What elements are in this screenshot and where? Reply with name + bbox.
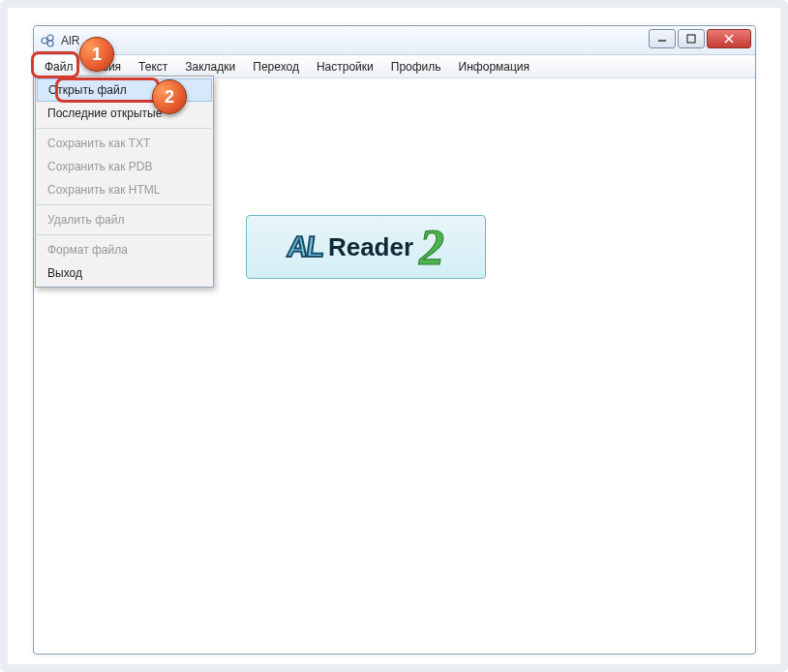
menu-actions[interactable]: …вия bbox=[82, 55, 131, 77]
svg-rect-4 bbox=[687, 35, 695, 43]
menu-open-file[interactable]: Открыть файл bbox=[37, 78, 212, 102]
menu-separator bbox=[38, 234, 211, 235]
app-icon bbox=[40, 33, 55, 48]
logo-two-text: 2 bbox=[419, 219, 444, 276]
logo-al-text: AL bbox=[286, 230, 325, 263]
menu-separator bbox=[38, 204, 211, 205]
menu-settings[interactable]: Настройки bbox=[308, 55, 382, 77]
menu-delete-file: Удалить файл bbox=[36, 208, 213, 231]
menu-separator bbox=[38, 128, 211, 129]
window-controls bbox=[649, 29, 751, 48]
minimize-button[interactable] bbox=[649, 29, 676, 48]
menu-text[interactable]: Текст bbox=[130, 55, 176, 77]
menu-file[interactable]: Файл bbox=[36, 55, 82, 77]
menu-profile[interactable]: Профиль bbox=[382, 55, 450, 77]
menu-file-format: Формат файла bbox=[36, 238, 213, 261]
maximize-icon bbox=[686, 34, 696, 44]
close-button[interactable] bbox=[707, 29, 751, 48]
titlebar: AlR bbox=[34, 26, 755, 55]
menu-save-txt: Сохранить как TXT bbox=[36, 132, 213, 155]
menu-info[interactable]: Информация bbox=[450, 55, 538, 77]
menu-save-html: Сохранить как HTML bbox=[36, 178, 213, 201]
menu-save-pdb: Сохранить как PDB bbox=[36, 155, 213, 178]
svg-point-1 bbox=[47, 35, 53, 41]
menu-recent-files[interactable]: Последние открытые bbox=[36, 102, 213, 125]
menu-exit[interactable]: Выход bbox=[36, 261, 213, 285]
file-dropdown: Открыть файл Последние открытые Сохранит… bbox=[35, 76, 214, 288]
minimize-icon bbox=[657, 34, 667, 44]
maximize-button[interactable] bbox=[678, 29, 705, 48]
menu-bookmarks[interactable]: Закладки bbox=[176, 55, 244, 77]
svg-point-0 bbox=[42, 38, 47, 44]
close-icon bbox=[723, 34, 735, 44]
app-logo: AL Reader 2 bbox=[246, 215, 486, 279]
menu-goto[interactable]: Переход bbox=[244, 55, 308, 77]
svg-point-2 bbox=[47, 41, 53, 46]
window-title: AlR bbox=[61, 34, 79, 47]
logo-reader-text: Reader bbox=[328, 232, 413, 262]
